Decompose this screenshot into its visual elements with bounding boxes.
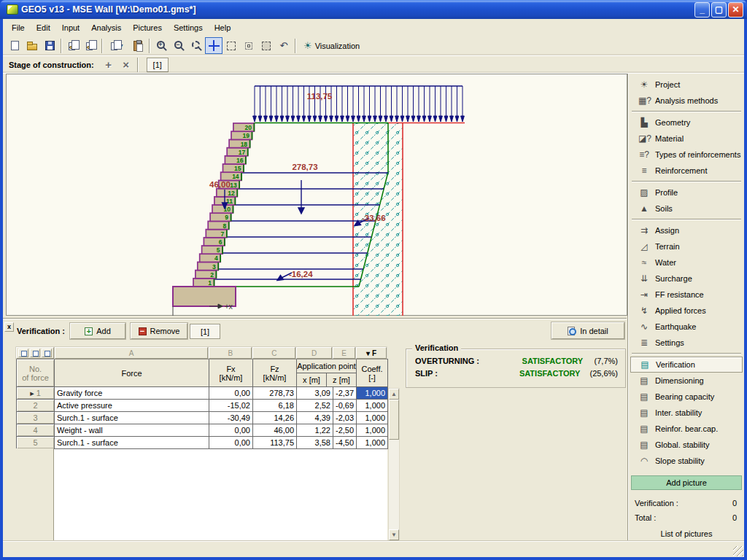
sidebar-item-types-of-reinforcements[interactable]: ≡?Types of reinforcements — [630, 147, 743, 163]
menu-pictures[interactable]: Pictures — [127, 21, 168, 34]
table-scrollbar[interactable]: ▲ ▼ — [388, 388, 400, 541]
fx-cell[interactable]: -30,49 — [209, 412, 253, 424]
add-verification-button[interactable]: + Add — [70, 323, 125, 339]
force-cell[interactable]: Surch.1 - surface — [55, 437, 209, 449]
z-cell[interactable]: -0,69 — [333, 400, 357, 412]
sidebar-item-surcharge[interactable]: ⇊Surcharge — [630, 271, 743, 287]
menu-help[interactable]: Help — [209, 21, 237, 34]
sidebar-item-soils[interactable]: ▲Soils — [630, 201, 743, 217]
add-stage-button[interactable]: + — [100, 58, 117, 72]
undo-view-button[interactable]: ↶ — [275, 37, 293, 54]
row-number[interactable]: 3 — [17, 412, 55, 424]
sidebar-item-slope-stability[interactable]: ◠Slope stability — [630, 453, 743, 469]
z-cell[interactable]: -2,37 — [333, 387, 357, 400]
new-file-button[interactable] — [6, 37, 23, 54]
sidebar-item-ff-resistance[interactable]: ⇥FF resistance — [630, 287, 743, 303]
minimize-button[interactable]: _ — [694, 2, 710, 18]
scroll-down-icon[interactable]: ▼ — [389, 529, 399, 540]
sidebar-item-applied-forces[interactable]: ↯Applied forces — [630, 303, 743, 319]
select-window-button[interactable] — [240, 37, 258, 54]
column-header-D[interactable]: D — [296, 347, 332, 359]
coeff-header[interactable]: Coeff.[-] — [357, 359, 388, 387]
table-tool-icon[interactable] — [30, 349, 40, 357]
select-region-button[interactable] — [222, 37, 240, 54]
zoom-out-button[interactable]: − — [170, 37, 187, 54]
application-point-header[interactable]: Application point x [m]z [m] — [297, 359, 357, 387]
fz-cell[interactable]: 6,18 — [253, 400, 297, 412]
sidebar-item-terrain[interactable]: ◿Terrain — [630, 238, 743, 254]
resize-grip[interactable] — [733, 546, 743, 556]
no-of-force-header[interactable]: No.of force — [17, 359, 55, 387]
drawing-canvas[interactable]: 1234567891011121314151617181920113,75278… — [6, 74, 627, 316]
menu-file[interactable]: File — [6, 21, 31, 34]
remove-stage-button[interactable]: × — [117, 58, 135, 72]
force-cell[interactable]: Active pressure — [55, 400, 209, 412]
coeff-cell[interactable]: 1,000 — [357, 437, 388, 449]
row-number[interactable]: 4 — [17, 424, 55, 437]
fz-cell[interactable]: 113,75 — [253, 437, 297, 449]
sidebar-item-inter-stability[interactable]: ▤Inter. stability — [630, 405, 743, 421]
zoom-extents-button[interactable] — [187, 37, 205, 54]
verification-tab-1[interactable]: [1] — [190, 324, 220, 339]
list-of-pictures-button[interactable]: List of pictures — [629, 525, 744, 538]
visualization-button[interactable]: ☀ Visualization — [298, 37, 365, 54]
column-header-C[interactable]: C — [252, 347, 295, 359]
fx-cell[interactable]: 0,00 — [209, 424, 253, 437]
coeff-cell[interactable]: 1,000 — [357, 387, 388, 400]
menu-settings[interactable]: Settings — [168, 21, 209, 34]
sidebar-item-verification[interactable]: ▤Verification — [630, 357, 743, 373]
column-header-A[interactable]: A — [55, 347, 209, 359]
coeff-cell[interactable]: 1,000 — [357, 424, 388, 437]
sidebar-item-project[interactable]: ☀Project — [630, 77, 743, 93]
scroll-thumb[interactable] — [389, 400, 399, 440]
z-cell[interactable]: -2,03 — [333, 412, 357, 424]
sidebar-item-reinfor-bear-cap-[interactable]: ▤Reinfor. bear.cap. — [630, 421, 743, 437]
x-cell[interactable]: 1,22 — [297, 424, 333, 437]
column-header-E[interactable]: E — [333, 347, 355, 359]
force-cell[interactable]: Surch.1 - surface — [55, 412, 209, 424]
in-detail-button[interactable]: In detail — [551, 322, 624, 339]
sidebar-item-dimensioning[interactable]: ▤Dimensioning — [630, 373, 743, 389]
sidebar-item-bearing-capacity[interactable]: ▤Bearing capacity — [630, 389, 743, 405]
sidebar-item-material[interactable]: ◪?Material — [630, 131, 743, 147]
row-number[interactable]: ▸ 1 — [17, 387, 55, 400]
menu-analysis[interactable]: Analysis — [85, 21, 127, 34]
x-cell[interactable]: 2,52 — [297, 400, 333, 412]
pan-button[interactable] — [205, 37, 222, 54]
close-button[interactable]: ✕ — [728, 2, 743, 18]
stage-tab-1[interactable]: [1] — [147, 58, 169, 72]
sidebar-item-earthquake[interactable]: ∿Earthquake — [630, 319, 743, 335]
column-header-B[interactable]: B — [209, 347, 252, 359]
x-cell[interactable]: 3,58 — [297, 437, 333, 449]
sidebar-item-settings[interactable]: ≣Settings — [630, 335, 743, 351]
x-cell[interactable]: 3,09 — [297, 387, 333, 400]
open-file-button[interactable] — [23, 37, 41, 54]
zoom-in-button[interactable]: + — [152, 37, 170, 54]
force-header[interactable]: Force — [55, 359, 209, 387]
x-cell[interactable]: 4,39 — [297, 412, 333, 424]
menu-edit[interactable]: Edit — [31, 21, 56, 34]
save-button[interactable] — [41, 37, 58, 54]
sidebar-item-profile[interactable]: ▨Profile — [630, 184, 743, 201]
copy-view-button[interactable] — [64, 37, 82, 54]
fx-cell[interactable]: 0,00 — [209, 437, 253, 449]
fz-header[interactable]: Fz[kN/m] — [253, 359, 297, 387]
table-tool-icon[interactable] — [18, 349, 28, 357]
fx-header[interactable]: Fx[kN/m] — [209, 359, 253, 387]
table-tool-icon[interactable] — [42, 349, 52, 357]
add-picture-button[interactable]: Add picture — [631, 475, 742, 490]
scroll-up-icon[interactable]: ▲ — [389, 389, 399, 400]
sidebar-item-global-stability[interactable]: ▤Global. stability — [630, 437, 743, 453]
row-number[interactable]: 5 — [17, 437, 55, 449]
z-cell[interactable]: -4,50 — [333, 437, 357, 449]
sidebar-item-assign[interactable]: ⇉Assign — [630, 222, 743, 238]
force-cell[interactable]: Gravity force — [55, 387, 209, 400]
fz-cell[interactable]: 278,73 — [253, 387, 297, 400]
remove-verification-button[interactable]: − Remove — [131, 323, 187, 339]
copy-button[interactable]: ▾ — [105, 37, 129, 54]
sidebar-item-geometry[interactable]: ▙Geometry — [630, 114, 743, 131]
force-cell[interactable]: Weight - wall — [55, 424, 209, 437]
panel-close-button[interactable]: x — [4, 322, 14, 332]
select-previous-button[interactable] — [258, 37, 275, 54]
fz-cell[interactable]: 46,00 — [253, 424, 297, 437]
